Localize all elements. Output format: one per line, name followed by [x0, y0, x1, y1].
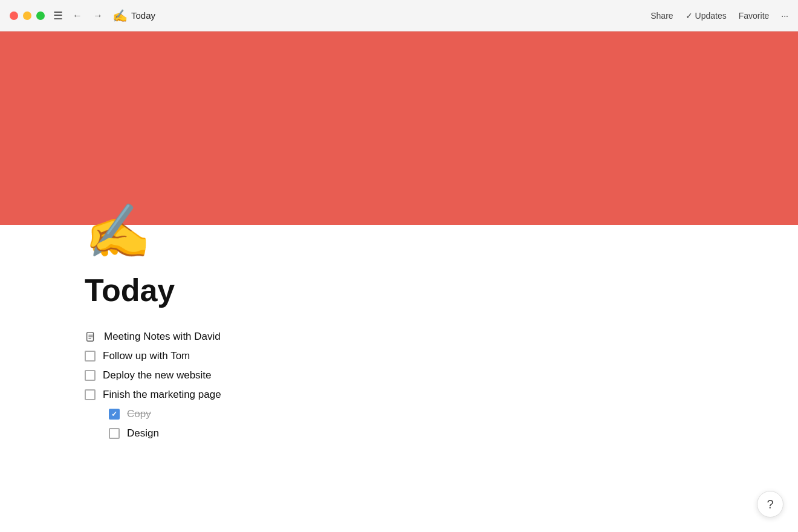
nav-buttons: ← → — [69, 8, 106, 24]
checkbox-checked[interactable] — [109, 409, 120, 420]
menu-icon[interactable]: ☰ — [53, 9, 63, 22]
updates-button[interactable]: ✓ Updates — [686, 11, 727, 21]
titlebar-title: Today — [131, 10, 155, 21]
share-button[interactable]: Share — [650, 11, 673, 21]
checkbox[interactable] — [85, 370, 96, 381]
maximize-button[interactable] — [36, 11, 45, 20]
page-content: Today Meeting Notes with David Follow up… — [0, 225, 798, 479]
more-button[interactable]: ··· — [781, 11, 788, 21]
list-item[interactable]: Follow up with Tom — [85, 346, 713, 366]
item-text: Deploy the new website — [103, 369, 212, 381]
titlebar: ☰ ← → ✍️ Today Share ✓ Updates Favorite … — [0, 0, 798, 31]
item-text: Copy — [127, 408, 151, 420]
check-icon: ✓ — [686, 11, 693, 21]
back-button[interactable]: ← — [69, 8, 86, 24]
item-text: Follow up with Tom — [103, 350, 190, 362]
page-emoji-icon: ✍️ — [85, 204, 151, 258]
list-item[interactable]: Finish the marketing page — [85, 385, 713, 404]
item-text: Finish the marketing page — [103, 389, 221, 401]
help-button[interactable]: ? — [757, 491, 783, 517]
titlebar-actions: Share ✓ Updates Favorite ··· — [650, 11, 788, 21]
minimize-button[interactable] — [23, 11, 31, 20]
checkbox[interactable] — [85, 389, 96, 400]
list-item[interactable]: Meeting Notes with David — [85, 327, 713, 346]
page-nav-icon: ✍️ — [112, 8, 128, 23]
todo-list: Meeting Notes with David Follow up with … — [85, 327, 713, 443]
page-title: Today — [85, 273, 713, 308]
favorite-button[interactable]: Favorite — [739, 11, 770, 21]
list-item[interactable]: Copy — [85, 404, 713, 424]
list-item[interactable]: Deploy the new website — [85, 366, 713, 385]
list-item[interactable]: Design — [85, 424, 713, 443]
close-button[interactable] — [10, 11, 18, 20]
checkbox[interactable] — [85, 351, 96, 362]
checkbox[interactable] — [109, 428, 120, 439]
traffic-lights — [10, 11, 45, 20]
forward-button[interactable]: → — [89, 8, 106, 24]
hero-banner: ✍️ — [0, 31, 798, 225]
document-icon — [85, 331, 97, 343]
item-text: Meeting Notes with David — [104, 331, 221, 343]
item-text: Design — [127, 427, 159, 440]
